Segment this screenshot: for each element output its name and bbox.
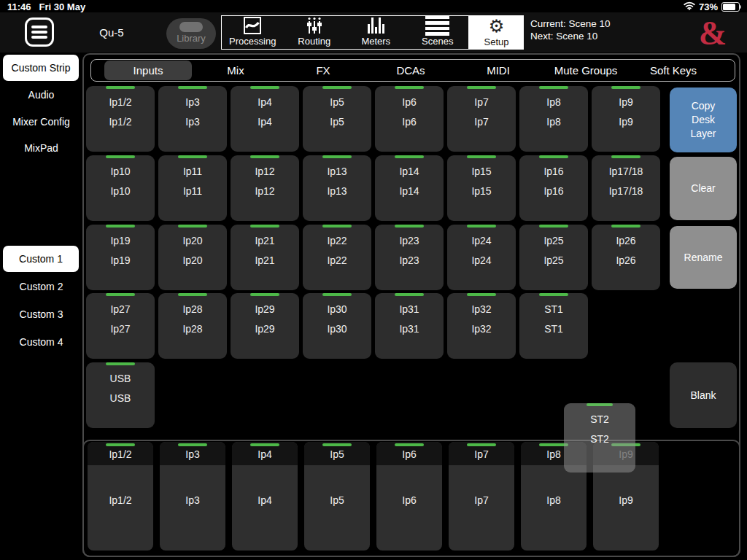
channel-cell-ip20[interactable]: Ip20Ip20 (158, 225, 227, 290)
copy-desk-layer-button[interactable]: Copy Desk Layer (670, 88, 737, 152)
channel-cell-ip26[interactable]: Ip26Ip26 (592, 225, 660, 290)
hamburger-menu-button[interactable] (25, 18, 54, 47)
strip-slot-ip3[interactable]: Ip3Ip3 (160, 442, 225, 551)
channel-id: Ip24 (447, 234, 516, 247)
channel-color-indicator (106, 86, 135, 89)
sidebar-item-audio[interactable]: Audio (0, 86, 82, 104)
channel-cell-ip3[interactable]: Ip3Ip3 (158, 86, 227, 152)
channel-cell-ip6[interactable]: Ip6Ip6 (375, 86, 444, 152)
tab-midi[interactable]: MIDI (454, 61, 542, 80)
channel-cell-ip23[interactable]: Ip23Ip23 (375, 225, 444, 290)
channel-cell-ip13[interactable]: Ip13Ip13 (303, 155, 371, 221)
channel-name: Ip19 (86, 254, 155, 267)
channel-cell-ip5[interactable]: Ip5Ip5 (303, 86, 371, 152)
rename-button[interactable]: Rename (670, 226, 737, 289)
strip-slot-ip6[interactable]: Ip6Ip6 (376, 442, 442, 551)
channel-id: USB (86, 372, 155, 385)
scene-list-icon (425, 16, 449, 35)
channel-color-indicator (178, 225, 207, 228)
strip-slot-ip5[interactable]: Ip5Ip5 (304, 442, 370, 551)
channel-cell-ip15[interactable]: Ip15Ip15 (447, 155, 516, 221)
sidebar-item-custom-1[interactable]: Custom 1 (3, 246, 79, 272)
channel-color-indicator (106, 293, 135, 296)
channel-cell-ip17-18[interactable]: Ip17/18Ip17/18 (592, 155, 660, 221)
ghost-channel-id: ST2 (564, 413, 635, 426)
clock-date: Fri 30 May (39, 1, 86, 12)
tab-scenes[interactable]: Scenes (407, 16, 469, 49)
channel-cell-ip19[interactable]: Ip19Ip19 (86, 225, 155, 290)
channel-id: Ip26 (592, 234, 660, 247)
strip-slot-ip7[interactable]: Ip7Ip7 (449, 442, 514, 551)
channel-color-indicator (250, 225, 279, 228)
drag-ghost-st2[interactable]: ST2 ST2 (564, 403, 635, 472)
library-button[interactable]: Library (166, 18, 216, 49)
tab-mix[interactable]: Mix (192, 61, 279, 80)
sidebar-item-custom-2[interactable]: Custom 2 (0, 278, 82, 295)
channel-cell-ip10[interactable]: Ip10Ip10 (86, 155, 155, 221)
channel-name: Ip23 (375, 254, 444, 267)
sidebar-item-mixer-config[interactable]: Mixer Config (0, 113, 82, 131)
channel-cell-ip14[interactable]: Ip14Ip14 (375, 155, 444, 221)
sidebar-item-mixpad[interactable]: MixPad (0, 139, 82, 157)
tab-routing[interactable]: Routing (284, 16, 346, 49)
channel-name: Ip27 (86, 322, 155, 335)
channel-cell-ip12[interactable]: Ip12Ip12 (231, 155, 299, 221)
sidebar-item-custom-3[interactable]: Custom 3 (0, 306, 82, 323)
channel-cell-ip16[interactable]: Ip16Ip16 (519, 155, 588, 221)
scene-status: Current: Scene 10 Next: Scene 10 (530, 18, 611, 42)
channel-cell-st1[interactable]: ST1ST1 (519, 293, 588, 359)
strip-slot-ip1-2[interactable]: Ip1/2Ip1/2 (88, 442, 153, 551)
channel-name: Ip9 (592, 115, 660, 128)
channel-color-indicator (539, 225, 568, 228)
tab-fx[interactable]: FX (279, 61, 367, 80)
strip-channel-name: Ip3 (160, 465, 225, 551)
channel-id: Ip3 (158, 96, 227, 109)
tab-meters[interactable]: Meters (345, 16, 407, 49)
strip-channel-name: Ip4 (232, 465, 298, 551)
allen-heath-logo: & (694, 14, 731, 52)
channel-id: Ip7 (447, 96, 516, 109)
battery-percent: 73% (699, 1, 718, 12)
channel-color-indicator (106, 225, 135, 228)
qu5-app-window: 11:46 Fri 30 May 73% Qu-5 (0, 0, 747, 560)
channel-cell-ip7[interactable]: Ip7Ip7 (447, 86, 516, 152)
sidebar-item-custom-4[interactable]: Custom 4 (0, 333, 82, 351)
channel-cell-ip32[interactable]: Ip32Ip32 (447, 293, 516, 359)
channel-cell-ip8[interactable]: Ip8Ip8 (519, 86, 588, 152)
faders-icon (305, 16, 324, 35)
tab-setup-selected[interactable]: ⚙ Setup (469, 15, 524, 50)
channel-cell-ip27[interactable]: Ip27Ip27 (86, 293, 155, 359)
channel-color-indicator (250, 443, 279, 446)
channel-cell-ip21[interactable]: Ip21Ip21 (231, 225, 299, 290)
channel-cell-ip22[interactable]: Ip22Ip22 (303, 225, 371, 290)
channel-cell-usb[interactable]: USBUSB (86, 362, 155, 428)
channel-cell-ip25[interactable]: Ip25Ip25 (519, 225, 588, 290)
strip-channel-name: Ip7 (449, 465, 514, 551)
channel-color-indicator (467, 293, 496, 296)
tab-soft-keys[interactable]: Soft Keys (630, 61, 717, 80)
ios-status-bar: 11:46 Fri 30 May 73% (0, 0, 747, 12)
channel-cell-ip4[interactable]: Ip4Ip4 (231, 86, 299, 152)
channel-cell-ip11[interactable]: Ip11Ip11 (158, 155, 227, 221)
channel-cell-ip31[interactable]: Ip31Ip31 (375, 293, 444, 359)
channel-cell-ip9[interactable]: Ip9Ip9 (592, 86, 660, 152)
channel-cell-ip29[interactable]: Ip29Ip29 (231, 293, 299, 359)
tab-inputs[interactable]: Inputs (104, 61, 192, 80)
channel-name: Ip28 (158, 322, 227, 335)
blank-button[interactable]: Blank (670, 362, 737, 428)
section-tab-bar: InputsMixFXDCAsMIDIMute GroupsSoft Keys (90, 59, 735, 82)
tab-mute-groups[interactable]: Mute Groups (542, 61, 630, 80)
channel-cell-ip30[interactable]: Ip30Ip30 (303, 293, 371, 359)
sidebar-item-custom-strip[interactable]: Custom Strip (3, 55, 79, 81)
strip-slot-ip4[interactable]: Ip4Ip4 (232, 442, 298, 551)
tab-processing[interactable]: Processing (222, 16, 284, 49)
channel-cell-ip28[interactable]: Ip28Ip28 (158, 293, 227, 359)
tab-dcas[interactable]: DCAs (367, 61, 454, 80)
clear-button[interactable]: Clear (670, 157, 737, 220)
channel-id: Ip27 (86, 303, 155, 316)
channel-color-indicator (539, 293, 568, 296)
channel-color-indicator (106, 155, 135, 158)
channel-cell-ip24[interactable]: Ip24Ip24 (447, 225, 516, 290)
channel-name: Ip22 (303, 254, 371, 267)
channel-cell-ip1-2[interactable]: Ip1/2Ip1/2 (86, 86, 155, 152)
